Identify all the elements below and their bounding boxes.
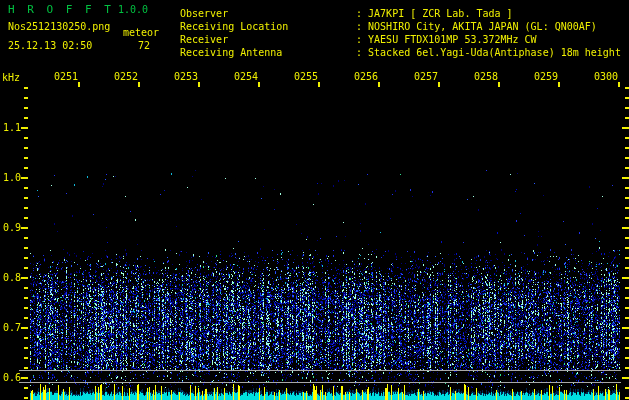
info-row-location: Receiving Location: NOSHIRO City, AKITA …	[180, 20, 621, 33]
info-label: Receiving Antenna	[180, 46, 356, 59]
info-label: Receiving Location	[180, 20, 356, 33]
spectrogram-canvas	[0, 0, 629, 400]
x-tick-label: 0258	[473, 71, 499, 82]
y-tick-label: 0.7	[1, 322, 21, 333]
x-tick-label: 0254	[233, 71, 259, 82]
info-label: Observer	[180, 7, 356, 20]
x-tick-label: 0252	[113, 71, 139, 82]
x-tick-label: 0256	[353, 71, 379, 82]
x-tick-label: 0257	[413, 71, 439, 82]
app-version: 1.0.0	[118, 4, 148, 15]
info-value: YAESU FTDX101MP 53.372MHz CW	[368, 34, 537, 45]
x-tick-label: 0255	[293, 71, 319, 82]
start-datetime: 25.12.13 02:50	[8, 40, 92, 51]
info-row-antenna: Receiving Antenna: Stacked 6el.Yagi-Uda(…	[180, 46, 621, 59]
info-row-receiver: Receiver: YAESU FTDX101MP 53.372MHz CW	[180, 33, 621, 46]
x-tick-label: 0253	[173, 71, 199, 82]
output-filename: Nos2512130250.png	[8, 21, 110, 32]
info-row-observer: Observer: JA7KPI [ ZCR Lab. Tada ]	[180, 7, 621, 20]
y-tick-label: 0.6	[1, 372, 21, 383]
mode-label: meteor	[123, 27, 159, 38]
info-separator: :	[356, 34, 368, 45]
info-value: Stacked 6el.Yagi-Uda(Antiphase) 18m heig…	[368, 47, 621, 58]
y-tick-label: 0.9	[1, 222, 21, 233]
info-separator: :	[356, 21, 368, 32]
y-axis-unit-label: kHz	[2, 72, 20, 83]
info-separator: :	[356, 47, 368, 58]
x-tick-label: 0259	[533, 71, 559, 82]
y-tick-label: 0.8	[1, 272, 21, 283]
x-tick-label: 0251	[53, 71, 79, 82]
info-value: NOSHIRO City, AKITA JAPAN (GL: QN00AF)	[368, 21, 597, 32]
station-info-block: Observer: JA7KPI [ ZCR Lab. Tada ] Recei…	[180, 7, 621, 59]
echo-count: 72	[138, 40, 150, 51]
x-tick-label: 0300	[593, 71, 619, 82]
info-value: JA7KPI [ ZCR Lab. Tada ]	[368, 8, 513, 19]
info-label: Receiver	[180, 33, 356, 46]
info-separator: :	[356, 8, 368, 19]
y-tick-label: 1.1	[1, 122, 21, 133]
y-tick-label: 1.0	[1, 172, 21, 183]
app-title: H R O F F T	[8, 3, 114, 16]
hrofft-screenshot: H R O F F T 1.0.0 Nos2512130250.png mete…	[0, 0, 629, 400]
